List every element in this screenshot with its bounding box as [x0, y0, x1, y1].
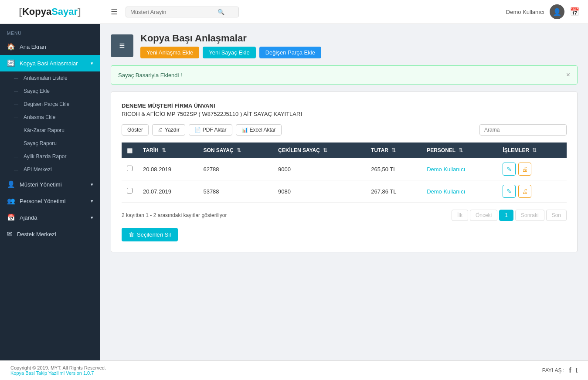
sidebar-item-label: Ana Ekran	[20, 44, 46, 50]
user-icon: 👤	[7, 180, 15, 188]
btn-new-agreement[interactable]: Yeni Anlaşma Ekle	[140, 47, 199, 58]
logo-bracket-close: ]	[78, 6, 81, 17]
twitter-icon-text[interactable]: t	[576, 366, 578, 374]
row-personel-0: Demo Kullanıcı	[421, 158, 497, 180]
row-tutar-0: 265,50 TL	[366, 158, 421, 180]
btn-print[interactable]: 🖨 Yazdır	[152, 124, 185, 136]
sort-icon: ⇅	[237, 147, 241, 153]
sidebar-sub-label: Sayaç Raporu	[24, 140, 57, 146]
mail-icon: ✉	[7, 230, 13, 238]
facebook-icon-text[interactable]: f	[569, 366, 571, 374]
btn-sonraki[interactable]: Sonraki	[515, 210, 544, 221]
topbar: [ Kopya Sayar ] ☰ 🔍 Demo Kullanıcı 👤 📅	[0, 0, 588, 24]
btn-ilk[interactable]: İlk	[452, 210, 468, 221]
btn-excel[interactable]: 📊 Excel Aktar	[236, 124, 282, 136]
search-input[interactable]	[130, 9, 218, 15]
version-link[interactable]: Kopya Basi Takip Yazilimi Version 1.0.7	[10, 370, 94, 376]
sidebar-item-personel[interactable]: 👥 Personel Yönetimi ▾	[0, 193, 100, 209]
row-personel-1: Demo Kullanıcı	[421, 180, 497, 203]
sort-icon: ⇅	[391, 147, 396, 153]
chevron-down-icon: ▾	[91, 182, 93, 187]
pdf-icon: 📄	[194, 127, 201, 133]
sidebar-sub-anlasma-ekle[interactable]: Anlasma Ekle	[0, 111, 100, 124]
document-icon: ≡	[119, 40, 125, 51]
row-date-1: 20.07.2019	[138, 180, 198, 203]
sort-icon: ⇅	[459, 147, 463, 153]
calendar-sidebar-icon: 📅	[7, 214, 15, 221]
chevron-down-icon: ▾	[91, 215, 93, 221]
filter-icon: ▦	[127, 147, 133, 154]
table-toolbar: Göster 🖨 Yazdır 📄 PDF Aktar 📊 Excel Akta…	[122, 124, 567, 136]
sidebar-item-kopya-basi[interactable]: 🔄 Kopya Basi Anlasmalar ▾	[0, 55, 100, 71]
row-checkbox-0[interactable]	[127, 166, 133, 171]
sidebar-sub-label: Anlasmalari Listele	[24, 75, 68, 81]
excel-icon: 📊	[241, 127, 248, 133]
row-cekilen-0: 9000	[273, 158, 366, 180]
sidebar-sub-label: Anlasma Ekle	[24, 114, 55, 120]
alert-success: Sayaç Basariyla Eklendi ! ×	[111, 65, 578, 85]
edit-btn-1[interactable]: ✎	[503, 185, 516, 198]
print-btn-1[interactable]: 🖨	[518, 185, 531, 198]
alert-close-button[interactable]: ×	[566, 71, 570, 79]
pagination-info: 2 kayıttan 1 - 2 arasındaki kayıtlar gös…	[122, 212, 227, 218]
sort-icon: ⇅	[323, 147, 327, 153]
btn-page-1[interactable]: 1	[499, 210, 513, 221]
content-area: ≡ Kopya Başı Anlaşmalar Yeni Anlaşma Ekl…	[100, 24, 588, 360]
sidebar-sub-listele[interactable]: Anlasmalari Listele	[0, 71, 100, 85]
calendar-icon[interactable]: 📅	[570, 7, 579, 17]
users-icon: 👥	[7, 197, 15, 205]
table-search-input[interactable]	[479, 124, 567, 136]
sidebar-sub-aylik-rapor[interactable]: Aylik Bazda Rapor	[0, 150, 100, 163]
sidebar-item-destek[interactable]: ✉ Destek Merkezi	[0, 226, 100, 242]
sidebar-item-label: Personel Yönetimi	[20, 198, 65, 204]
sidebar-item-label: Kopya Basi Anlasmalar	[20, 60, 78, 67]
sidebar-sub-sayac-ekle[interactable]: Sayaç Ekle	[0, 85, 100, 98]
sync-icon: 🔄	[7, 59, 15, 67]
pagination-buttons: İlk Önceki 1 Sonraki Son	[452, 210, 567, 221]
chevron-down-icon: ▾	[91, 198, 93, 204]
row-date-0: 20.08.2019	[138, 158, 198, 180]
trash-icon: 🗑	[129, 231, 134, 238]
sidebar-item-musteri[interactable]: 👤 Müsteri Yönetimi ▾	[0, 176, 100, 193]
sidebar-sub-degisen-parca[interactable]: Degisen Parça Ekle	[0, 98, 100, 111]
home-icon: 🏠	[7, 43, 15, 51]
btn-new-part[interactable]: Değişen Parça Ekle	[259, 47, 321, 58]
chevron-down-icon: ▾	[91, 61, 93, 66]
sidebar-item-ana-ekran[interactable]: 🏠 Ana Ekran	[0, 38, 100, 55]
logo-sayar: Sayar	[51, 6, 78, 17]
search-bar: 🔍	[126, 7, 239, 17]
btn-delete-selected[interactable]: 🗑 Seçilenleri Sil	[122, 228, 178, 241]
btn-show[interactable]: Göster	[122, 124, 149, 136]
print-btn-0[interactable]: 🖨	[518, 163, 531, 176]
btn-son[interactable]: Son	[546, 210, 567, 221]
btn-pdf[interactable]: 📄 PDF Aktar	[189, 124, 232, 136]
sidebar-item-label: Müsteri Yönetimi	[20, 181, 62, 188]
row-checkbox-1[interactable]	[127, 188, 133, 193]
card-subtitle: RICOH & AFİCİO MP 7502SP ( W87522J5110 )…	[122, 111, 567, 117]
row-tutar-1: 267,86 TL	[366, 180, 421, 203]
sidebar-sub-sayac-raporu[interactable]: Sayaç Raporu	[0, 137, 100, 150]
topbar-middle: ☰ 🔍	[100, 5, 506, 18]
main-card: DENEME MÜŞTERİ FİRMA ÜNVANI RICOH & AFİC…	[111, 92, 578, 252]
sidebar-sub-kar-zarar[interactable]: Kâr-Zarar Raporu	[0, 124, 100, 137]
col-cekilen-sayac: ÇEKİLEN SAYAÇ ⇅	[273, 142, 366, 158]
company-name: DENEME MÜŞTERİ FİRMA ÜNVANI	[122, 102, 567, 109]
sort-icon: ⇅	[532, 147, 537, 153]
sidebar-item-label: Ajanda	[20, 214, 37, 221]
btn-new-counter[interactable]: Yeni Sayaç Ekle	[203, 47, 255, 58]
sidebar-item-ajanda[interactable]: 📅 Ajanda ▾	[0, 209, 100, 226]
page-actions: Yeni Anlaşma Ekle Yeni Sayaç Ekle Değişe…	[140, 47, 321, 58]
hamburger-icon[interactable]: ☰	[107, 5, 121, 18]
sidebar-menu-label: MENÜ	[0, 24, 100, 38]
sidebar-sub-api-merkezi[interactable]: API Merkezi	[0, 163, 100, 176]
alert-message: Sayaç Basariyla Eklendi !	[118, 72, 182, 78]
paylas-label: PAYLAŞ :	[542, 367, 565, 373]
edit-btn-0[interactable]: ✎	[503, 163, 516, 176]
page-icon: ≡	[111, 34, 133, 57]
avatar[interactable]: 👤	[550, 4, 564, 19]
sidebar-sub-label: Aylik Bazda Rapor	[24, 153, 67, 159]
btn-onceki[interactable]: Önceki	[470, 210, 497, 221]
demo-user-label: Demo Kullanıcı	[506, 9, 544, 15]
row-cekilen-1: 9080	[273, 180, 366, 203]
sidebar-sub-label: Kâr-Zarar Raporu	[24, 127, 65, 133]
